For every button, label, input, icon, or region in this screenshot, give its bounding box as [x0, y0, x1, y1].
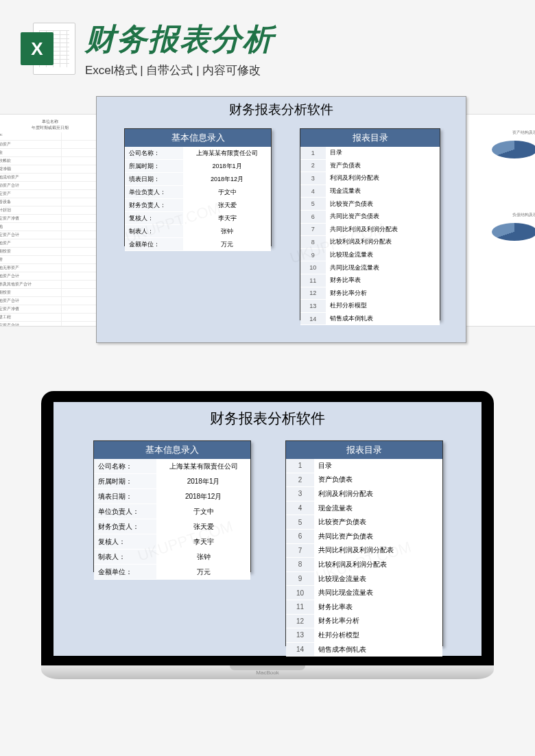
list-item: 应收帐款	[0, 157, 108, 165]
toc-row[interactable]: 1目录	[286, 459, 442, 473]
toc-row[interactable]: 9比较现金流量表	[286, 571, 442, 586]
toc-row[interactable]: 10共同比现金流量表	[286, 586, 442, 600]
toc-row[interactable]: 13杜邦分析模型	[286, 628, 442, 643]
toc-row[interactable]: 7共同比利润及利润分配表	[300, 223, 440, 236]
list-item: 累计折旧	[0, 206, 108, 215]
toc-row[interactable]: 8比较利润及利润分配表	[300, 236, 440, 249]
list-item: 其他资产合计	[0, 272, 108, 281]
toc-row[interactable]: 5比较资产负债表	[286, 515, 442, 530]
pie-icon	[492, 141, 535, 158]
list-item: 流动资产	[0, 141, 108, 149]
info-row: 复核人：李天宇	[94, 534, 250, 550]
info-table-2: 公司名称：上海某某有限责任公司所属时期：2018年1月填表日期：2018年12月…	[94, 459, 250, 580]
toc-row[interactable]: 11财务比率表	[300, 274, 440, 287]
header: X 财务报表分析 Excel格式 | 自带公式 | 内容可修改	[0, 0, 535, 84]
toc-row[interactable]: 3利润及利润分配表	[300, 172, 440, 185]
excel-icon: X	[21, 21, 75, 76]
toc-row[interactable]: 1目录	[300, 147, 440, 159]
toc-row[interactable]: 4现金流量表	[286, 501, 442, 515]
info-row: 财务负责人：张天爱	[94, 519, 250, 534]
info-row: 公司名称：上海某某有限责任公司	[125, 147, 271, 160]
toc-row[interactable]: 5比较资产负债表	[300, 198, 440, 211]
macbook-label: MacBook	[41, 670, 494, 676]
info-card: 基本信息录入 公司名称：上海某某有限责任公司所属时期：2018年1月填表日期：2…	[124, 128, 272, 246]
info-row: 所属时期：2018年1月	[94, 474, 250, 489]
toc-table-2: 1目录2资产负债表3利润及利润分配表4现金流量表5比较资产负债表6共同比资产负债…	[286, 459, 442, 657]
pie-icon	[492, 223, 535, 241]
side-rows: 资产流动资产现金应收帐款存货净额其他流动资产流动资产合计固定资产机器设备累计折旧…	[0, 132, 108, 327]
info-table: 公司名称：上海某某有限责任公司所属时期：2018年1月填表日期：2018年12月…	[125, 147, 271, 251]
card-header: 报表目录	[300, 129, 440, 147]
info-row: 填表日期：2018年12月	[125, 173, 271, 186]
list-item: 固定资产合计	[0, 231, 108, 239]
toc-row[interactable]: 9比较现金流量表	[300, 248, 440, 261]
toc-row[interactable]: 12财务比率分析	[300, 287, 440, 300]
laptop-mockup: 财务报表分析软件 基本信息录入 公司名称：上海某某有限责任公司所属时期：2018…	[41, 391, 494, 679]
info-card: 基本信息录入 公司名称：上海某某有限责任公司所属时期：2018年1月填表日期：2…	[93, 440, 251, 572]
info-row: 金额单位：万元	[125, 238, 271, 251]
list-item: 其他资产合计	[0, 297, 108, 305]
toc-row[interactable]: 2资产负债表	[300, 159, 440, 172]
list-item: 土地	[0, 223, 108, 231]
toc-row[interactable]: 3利润及利润分配表	[286, 487, 442, 501]
toc-row[interactable]: 2资产负债表	[286, 473, 442, 487]
list-item: 固定资产	[0, 190, 108, 198]
toc-row[interactable]: 10共同比现金流量表	[300, 261, 440, 274]
toc-card: 报表目录 1目录2资产负债表3利润及利润分配表4现金流量表5比较资产负债表6共同…	[285, 440, 443, 646]
preview-flat: 单位名称 年度时期或截至日期 资产流动资产现金应收帐款存货净额其他流动资产流动资…	[0, 91, 535, 365]
list-item: 固定资产净值	[0, 215, 108, 223]
main-panel: 财务报表分析软件 基本信息录入 公司名称：上海某某有限责任公司所属时期：2018…	[96, 96, 466, 343]
info-row: 单位负责人：于文中	[94, 504, 250, 519]
toc-row[interactable]: 6共同比资产负债表	[300, 210, 440, 223]
panel-title: 财务报表分析软件	[97, 101, 466, 119]
info-row: 财务负责人：张天爱	[125, 199, 271, 212]
side-worksheet: 单位名称 年度时期或截至日期 资产流动资产现金应收帐款存货净额其他流动资产流动资…	[0, 114, 108, 327]
list-item: 现金	[0, 149, 108, 157]
list-item: 固定资产合计	[0, 322, 108, 327]
list-item: 长期投资	[0, 289, 108, 297]
toc-row[interactable]: 11财务比率表	[286, 600, 442, 614]
list-item: 其他流动资产	[0, 174, 108, 182]
list-item: 其他无形资产	[0, 264, 108, 272]
info-row: 制表人：张钟	[125, 225, 271, 238]
toc-row[interactable]: 7共同比利润及利润分配表	[286, 543, 442, 558]
toc-row[interactable]: 14销售成本倒轧表	[300, 312, 440, 325]
info-row: 单位负责人：于文中	[125, 186, 271, 199]
toc-row[interactable]: 14销售成本倒轧表	[286, 642, 442, 657]
main-panel: 财务报表分析软件 基本信息录入 公司名称：上海某某有限责任公司所属时期：2018…	[54, 402, 482, 656]
list-item: 长期投资	[0, 248, 108, 256]
list-item: 无形及其他资产合计	[0, 281, 108, 289]
toc-table: 1目录2资产负债表3利润及利润分配表4现金流量表5比较资产负债表6共同比资产负债…	[300, 147, 440, 325]
toc-row[interactable]: 4现金流量表	[300, 185, 440, 198]
subtitle: Excel格式 | 自带公式 | 内容可修改	[85, 62, 514, 78]
list-item: 机器设备	[0, 198, 108, 206]
toc-row[interactable]: 13杜邦分析模型	[300, 300, 440, 313]
list-item: 固定资产净值	[0, 305, 108, 314]
panel-title: 财务报表分析软件	[54, 409, 482, 428]
list-item: 在建工程	[0, 314, 108, 322]
list-item: 存货净额	[0, 165, 108, 174]
list-item: 其他资产	[0, 239, 108, 248]
info-row: 金额单位：万元	[94, 565, 250, 580]
info-row: 制表人：张钟	[94, 550, 250, 565]
page-title: 财务报表分析	[85, 19, 514, 60]
toc-card: 报表目录 1目录2资产负债表3利润及利润分配表4现金流量表5比较资产负债表6共同…	[300, 128, 440, 320]
info-row: 复核人：李天宇	[125, 212, 271, 225]
info-row: 所属时期：2018年1月	[125, 160, 271, 173]
card-header: 基本信息录入	[125, 129, 271, 147]
toc-row[interactable]: 12财务比率分析	[286, 614, 442, 628]
toc-row[interactable]: 8比较利润及利润分配表	[286, 558, 442, 572]
toc-row[interactable]: 6共同比资产负债表	[286, 529, 442, 543]
list-item: 资产	[0, 132, 108, 141]
list-item: 商誉	[0, 256, 108, 264]
list-item: 流动资产合计	[0, 182, 108, 190]
info-row: 公司名称：上海某某有限责任公司	[94, 459, 250, 474]
info-row: 填表日期：2018年12月	[94, 489, 250, 504]
